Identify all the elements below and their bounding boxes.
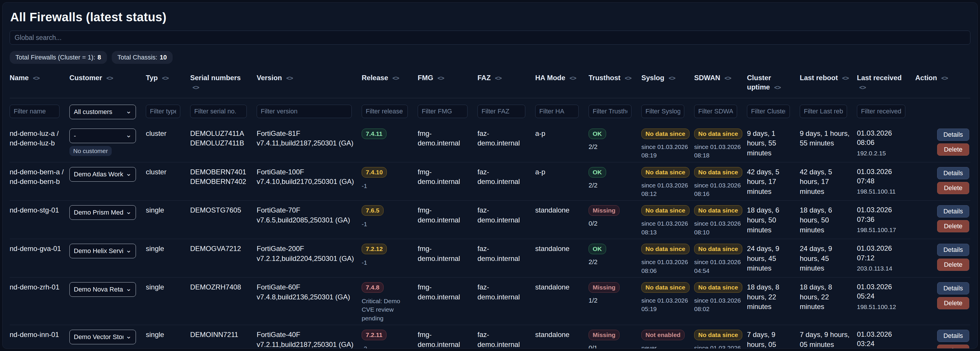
- column-header[interactable]: Cluster uptime <>: [747, 73, 800, 92]
- filter-cluster-uptime-input[interactable]: [747, 105, 790, 118]
- table-row: nd-demo-luz-a / nd-demo-luz-b - ⌄ No cus…: [10, 124, 970, 162]
- sdwan-status-badge: No data since: [694, 205, 742, 216]
- filter-last-received-input[interactable]: [857, 105, 905, 118]
- filter-typ-input[interactable]: [146, 105, 180, 118]
- column-header[interactable]: Action <>: [915, 73, 970, 92]
- sort-icon[interactable]: <>: [842, 75, 849, 81]
- customer-select[interactable]: Demo Prism Media ⌄: [69, 205, 136, 220]
- customer-select[interactable]: Demo Helix Service ⌄: [69, 244, 136, 258]
- column-header[interactable]: Name <>: [10, 73, 69, 92]
- customer-select[interactable]: Demo Nova Retail ⌄: [69, 282, 136, 297]
- chevron-down-icon: ⌄: [126, 247, 132, 254]
- serial-numbers: DEMOLUZ7411A DEMOLUZ7411B: [190, 129, 257, 148]
- column-header[interactable]: Typ <>: [146, 73, 190, 92]
- filter-syslog-input[interactable]: [641, 105, 684, 118]
- sdwan-since: since 01.03.2026 08:10: [694, 219, 742, 237]
- global-search-input[interactable]: [10, 30, 970, 44]
- customer-filter-select[interactable]: All customers ⌄: [69, 105, 136, 119]
- delete-button[interactable]: Delete: [937, 143, 969, 156]
- sort-icon[interactable]: <>: [570, 75, 576, 81]
- filter-faz-input[interactable]: [477, 105, 525, 118]
- details-button[interactable]: Details: [937, 244, 969, 256]
- filter-version-input[interactable]: [257, 105, 352, 118]
- syslog-status-badge: Not enabled: [641, 330, 684, 340]
- model-name: FortiGate-81F: [257, 129, 356, 138]
- column-header[interactable]: FMG <>: [418, 73, 477, 92]
- filter-release-input[interactable]: [362, 105, 408, 118]
- sort-icon[interactable]: <>: [495, 75, 502, 81]
- table-row: nd-demo-zrh-01 Demo Nova Retail ⌄ single…: [10, 277, 970, 325]
- customer-select[interactable]: Demo Vector Stores ⌄: [69, 330, 136, 344]
- column-header[interactable]: Serial numbers <>: [190, 73, 257, 92]
- details-button[interactable]: Details: [937, 205, 969, 218]
- column-header-label: Serial numbers: [190, 74, 240, 82]
- model-name: FortiGate-60F: [257, 282, 356, 292]
- sort-icon[interactable]: <>: [192, 84, 199, 91]
- delete-button[interactable]: Delete: [937, 297, 969, 309]
- table-row: nd-demo-stg-01 Demo Prism Media ⌄ single…: [10, 200, 970, 239]
- column-header-label: Last received: [857, 74, 902, 82]
- delete-button[interactable]: Delete: [937, 345, 969, 349]
- filter-serial-input[interactable]: [190, 105, 247, 118]
- column-header[interactable]: Version <>: [257, 73, 362, 92]
- delete-button[interactable]: Delete: [937, 259, 969, 271]
- details-button[interactable]: Details: [937, 129, 969, 141]
- customer-select-value: Demo Nova Retail: [74, 286, 123, 293]
- sort-icon[interactable]: <>: [107, 75, 113, 81]
- chevron-down-icon: ⌄: [126, 333, 132, 340]
- release-badge: 7.6.5: [362, 205, 383, 216]
- model-name: FortiGate-40F: [257, 330, 356, 340]
- sort-icon[interactable]: <>: [625, 75, 632, 81]
- sort-icon[interactable]: <>: [438, 75, 444, 81]
- sort-icon[interactable]: <>: [33, 75, 40, 81]
- customer-select[interactable]: Demo Atlas Works ⌄: [69, 167, 136, 182]
- last-received-date: 01.03.2026 03:24: [857, 330, 910, 349]
- column-header[interactable]: FAZ <>: [477, 73, 535, 92]
- last-received-date: 01.03.2026 07:48: [857, 167, 910, 186]
- filter-last-reboot-input[interactable]: [800, 105, 847, 118]
- last-reboot: 18 days, 8 hours, 22 minutes: [800, 282, 857, 312]
- customer-select[interactable]: - ⌄: [69, 129, 136, 143]
- last-reboot: 7 days, 9 hours, 05 minutes: [800, 330, 857, 349]
- table-row: nd-demo-inn-01 Demo Vector Stores ⌄ sing…: [10, 325, 970, 349]
- filter-sdwan-input[interactable]: [694, 105, 737, 118]
- release-note: Critical: Demo CVE review pending: [362, 297, 412, 322]
- filter-trusthost-input[interactable]: [589, 105, 632, 118]
- filter-ha-input[interactable]: [535, 105, 579, 118]
- trusthost-status-badge: Missing: [589, 330, 619, 340]
- sort-icon[interactable]: <>: [392, 75, 399, 81]
- release-badge: 7.2.11: [362, 330, 387, 340]
- details-button[interactable]: Details: [937, 167, 969, 179]
- total-chassis-badge: Total Chassis: 10: [112, 51, 173, 64]
- customer-select-value: Demo Prism Media: [74, 209, 123, 216]
- sort-icon[interactable]: <>: [162, 75, 169, 81]
- details-button[interactable]: Details: [937, 330, 969, 342]
- column-header[interactable]: Syslog <>: [641, 73, 694, 92]
- filter-row: All customers ⌄: [10, 98, 970, 124]
- total-firewalls-label: Total Firewalls (Cluster = 1):: [16, 54, 95, 61]
- sort-icon[interactable]: <>: [286, 75, 293, 81]
- delete-button[interactable]: Delete: [937, 220, 969, 232]
- syslog-since: since 01.03.2026 05:19: [641, 296, 689, 313]
- column-header[interactable]: Last reboot <>: [800, 73, 857, 92]
- column-header[interactable]: Customer <>: [69, 73, 146, 92]
- column-header-label: Version: [257, 74, 282, 82]
- column-header[interactable]: Release <>: [362, 73, 418, 92]
- filter-fmg-input[interactable]: [418, 105, 468, 118]
- fmg-host: fmg-demo.internal: [418, 205, 477, 225]
- sort-icon[interactable]: <>: [668, 75, 675, 81]
- sort-icon[interactable]: <>: [941, 75, 948, 81]
- delete-button[interactable]: Delete: [937, 182, 969, 194]
- syslog-since: since 01.03.2026 08:06: [641, 258, 689, 275]
- filter-name-input[interactable]: [10, 105, 59, 118]
- column-header[interactable]: Last received <>: [857, 73, 915, 92]
- details-button[interactable]: Details: [937, 282, 969, 294]
- sort-icon[interactable]: <>: [724, 75, 731, 81]
- cluster-uptime: 18 days, 8 hours, 22 minutes: [747, 282, 800, 312]
- column-header[interactable]: Trusthost <>: [589, 73, 641, 92]
- sort-icon[interactable]: <>: [774, 84, 781, 91]
- column-header[interactable]: SDWAN <>: [694, 73, 747, 92]
- sort-icon[interactable]: <>: [859, 84, 866, 91]
- column-header[interactable]: HA Mode <>: [535, 73, 589, 92]
- ha-mode: a-p: [535, 167, 589, 177]
